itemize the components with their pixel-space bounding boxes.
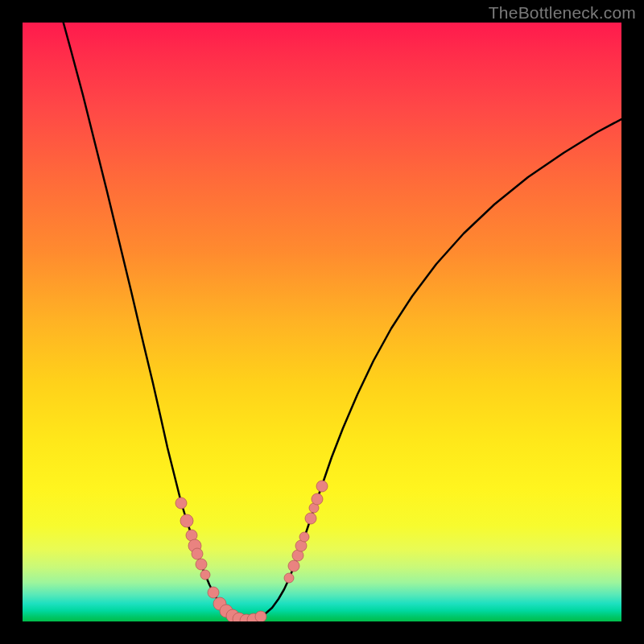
chart-frame: TheBottleneck.com: [0, 0, 644, 644]
data-marker: [316, 481, 328, 492]
data-marker: [299, 532, 309, 542]
bottleneck-curve: [61, 23, 621, 621]
curve-svg: [23, 23, 621, 621]
data-marker: [175, 497, 187, 509]
data-marker: [208, 587, 219, 598]
plot-area: [23, 23, 621, 621]
data-marker: [180, 514, 193, 527]
data-marker: [284, 573, 294, 583]
data-marker: [196, 559, 207, 570]
watermark-text: TheBottleneck.com: [489, 3, 636, 23]
data-marker: [305, 513, 316, 524]
data-marker: [192, 548, 203, 559]
marker-group: [175, 481, 328, 621]
data-marker: [255, 611, 266, 621]
data-marker: [312, 493, 323, 505]
data-marker: [200, 570, 210, 580]
data-marker: [288, 560, 299, 572]
